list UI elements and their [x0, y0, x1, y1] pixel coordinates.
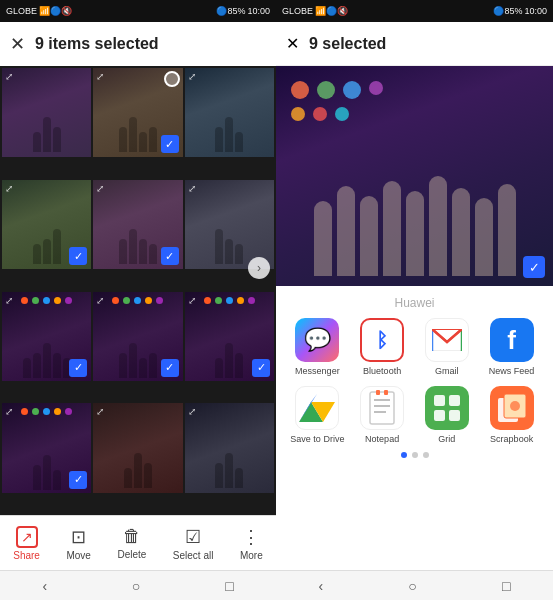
right-status-bar: GLOBE 📶🔵🔇 🔵85% 10:00 — [276, 0, 553, 22]
signal-icons-right: 📶🔵🔇 — [315, 6, 348, 16]
close-button-left[interactable]: ✕ — [10, 33, 25, 55]
delete-icon: 🗑 — [123, 526, 141, 547]
photo-cell-8[interactable]: ⤢ ✓ — [93, 292, 182, 381]
left-panel: GLOBE 📶🔵🔇 🔵85% 10:00 ✕ 9 items selected … — [0, 0, 276, 600]
more-icon: ⋮ — [242, 526, 260, 548]
app-newsfeed[interactable]: f News Feed — [482, 318, 541, 376]
photo-cell-5[interactable]: ⤢ ✓ — [93, 180, 182, 269]
svg-rect-8 — [370, 392, 394, 424]
expand-icon-4: ⤢ — [5, 183, 13, 194]
svg-rect-17 — [449, 410, 460, 421]
share-hint: Huawei — [284, 296, 545, 310]
expand-icon-10: ⤢ — [5, 406, 13, 417]
more-label: More — [240, 550, 263, 561]
photo-cell-10[interactable]: ⤢ ✓ — [2, 403, 91, 492]
select-all-button[interactable]: ☑ Select all — [173, 526, 214, 561]
messenger-icon: 💬 — [295, 318, 339, 362]
grid-label: Grid — [438, 434, 455, 444]
close-button-right[interactable]: ✕ — [286, 34, 299, 53]
share-section: Huawei 💬 Messenger ᛒ Bluetooth — [276, 286, 553, 570]
page-dot-3 — [423, 452, 429, 458]
page-dot-1 — [401, 452, 407, 458]
app-grid[interactable]: Grid — [418, 386, 477, 444]
expand-icon-1: ⤢ — [5, 71, 13, 82]
check-badge-8: ✓ — [161, 359, 179, 377]
photo-cell-3[interactable]: ⤢ — [185, 68, 274, 157]
expand-icon-11: ⤢ — [96, 406, 104, 417]
app-gmail[interactable]: Gmail — [418, 318, 477, 376]
scrapbook-label: Scrapbook — [490, 434, 533, 444]
select-all-icon: ☑ — [185, 526, 201, 548]
left-header: ✕ 9 items selected — [0, 22, 276, 66]
app-notepad[interactable]: Notepad — [353, 386, 412, 444]
gmail-icon — [425, 318, 469, 362]
svg-rect-16 — [434, 410, 445, 421]
back-button-right[interactable]: ‹ — [319, 578, 324, 594]
scroll-button[interactable]: › — [248, 257, 270, 279]
delete-button[interactable]: 🗑 Delete — [117, 526, 146, 560]
check-badge-9: ✓ — [252, 359, 270, 377]
notepad-icon — [360, 386, 404, 430]
expand-icon-2: ⤢ — [96, 71, 104, 82]
app-messenger[interactable]: 💬 Messenger — [288, 318, 347, 376]
select-check-2[interactable] — [164, 71, 180, 87]
gmail-label: Gmail — [435, 366, 459, 376]
app-drive[interactable]: Save to Drive — [288, 386, 347, 444]
more-button[interactable]: ⋮ More — [240, 526, 263, 561]
photo-cell-1[interactable]: ⤢ — [2, 68, 91, 157]
app-scrapbook[interactable]: Scrapbook — [482, 386, 541, 444]
recents-button-left[interactable]: □ — [225, 578, 233, 594]
photo-cell-11[interactable]: ⤢ — [93, 403, 182, 492]
move-button[interactable]: ⊡ Move — [66, 526, 90, 561]
move-icon: ⊡ — [71, 526, 86, 548]
svg-rect-13 — [384, 390, 388, 395]
page-dots — [284, 444, 545, 463]
photo-cell-4[interactable]: ⤢ ✓ — [2, 180, 91, 269]
left-status-bar: GLOBE 📶🔵🔇 🔵85% 10:00 — [0, 0, 276, 22]
expand-icon-6: ⤢ — [188, 183, 196, 194]
signal-icons-left: 📶🔵🔇 — [39, 6, 72, 16]
battery-left: 🔵85% — [216, 6, 245, 16]
photo-cell-7[interactable]: ⤢ ✓ — [2, 292, 91, 381]
bluetooth-icon-container: ᛒ — [360, 318, 404, 362]
carrier-left: GLOBE — [6, 6, 37, 16]
expand-icon-9: ⤢ — [188, 295, 196, 306]
recents-button-right[interactable]: □ — [502, 578, 510, 594]
expand-icon-12: ⤢ — [188, 406, 196, 417]
photo-cell-12[interactable]: ⤢ — [185, 403, 274, 492]
left-header-title: 9 items selected — [35, 35, 159, 53]
battery-right: 🔵85% — [493, 6, 522, 16]
select-all-label: Select all — [173, 550, 214, 561]
check-badge-10: ✓ — [69, 471, 87, 489]
scrapbook-icon — [490, 386, 534, 430]
notepad-label: Notepad — [365, 434, 399, 444]
svg-point-20 — [510, 401, 520, 411]
grid-app-icon — [425, 386, 469, 430]
big-photo[interactable]: ✓ — [276, 66, 553, 286]
bluetooth-label: Bluetooth — [363, 366, 401, 376]
right-header: ✕ 9 selected — [276, 22, 553, 66]
photo-cell-6[interactable]: ⤢ — [185, 180, 274, 269]
time-right: 10:00 — [524, 6, 547, 16]
app-bluetooth[interactable]: ᛒ Bluetooth — [353, 318, 412, 376]
check-badge-4: ✓ — [69, 247, 87, 265]
expand-icon-7: ⤢ — [5, 295, 13, 306]
home-button-left[interactable]: ○ — [132, 578, 140, 594]
share-button[interactable]: ↗ Share — [13, 526, 40, 561]
bottom-toolbar: ↗ Share ⊡ Move 🗑 Delete ☑ Select all ⋮ M… — [0, 515, 276, 570]
check-badge-2: ✓ — [161, 135, 179, 153]
page-dot-2 — [412, 452, 418, 458]
expand-icon-5: ⤢ — [96, 183, 104, 194]
big-photo-check: ✓ — [523, 256, 545, 278]
newsfeed-label: News Feed — [489, 366, 535, 376]
move-label: Move — [66, 550, 90, 561]
drive-label: Save to Drive — [290, 434, 344, 444]
delete-label: Delete — [117, 549, 146, 560]
expand-icon-8: ⤢ — [96, 295, 104, 306]
photo-cell-2[interactable]: ⤢ ✓ — [93, 68, 182, 157]
back-button-left[interactable]: ‹ — [42, 578, 47, 594]
expand-icon-3: ⤢ — [188, 71, 196, 82]
bluetooth-icon: ᛒ — [376, 329, 388, 352]
photo-cell-9[interactable]: ⤢ ✓ — [185, 292, 274, 381]
home-button-right[interactable]: ○ — [408, 578, 416, 594]
